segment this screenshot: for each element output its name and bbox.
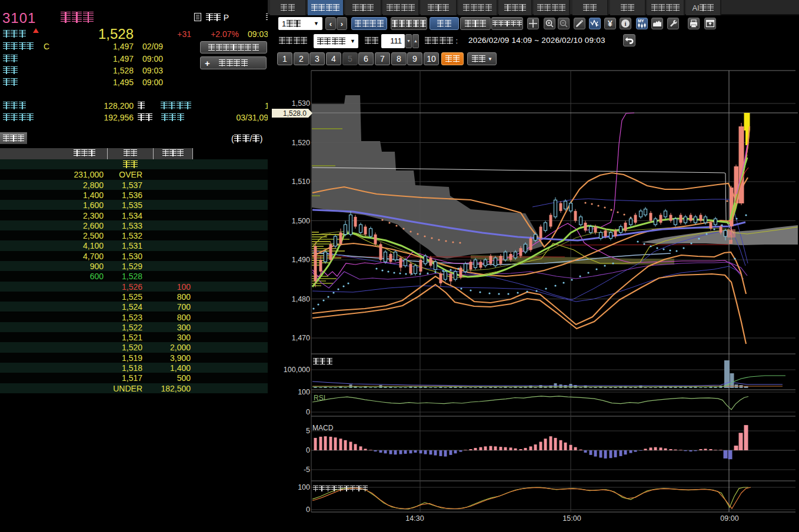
svg-text:100: 100 [298, 388, 310, 396]
svg-text:0: 0 [306, 408, 310, 416]
svg-text:-5: -5 [304, 466, 310, 474]
svg-text:1,480: 1,480 [292, 295, 310, 303]
svg-text:1,530: 1,530 [292, 99, 310, 108]
svg-text:0: 0 [306, 506, 310, 514]
svg-text:1,510: 1,510 [292, 178, 310, 186]
svg-text:0: 0 [306, 446, 310, 454]
svg-text:1,490: 1,490 [292, 256, 310, 264]
svg-text:1,500: 1,500 [292, 217, 310, 225]
svg-text:15:00: 15:00 [562, 514, 581, 523]
svg-text:09:00: 09:00 [720, 514, 738, 523]
svg-text:1,470: 1,470 [292, 334, 310, 342]
svg-text:100: 100 [298, 483, 310, 491]
svg-text:5: 5 [306, 427, 310, 435]
svg-text:1,528.0: 1,528.0 [283, 109, 307, 118]
svg-text:1,520: 1,520 [292, 139, 310, 147]
svg-text:100,000: 100,000 [284, 366, 310, 374]
svg-text:14:30: 14:30 [405, 514, 424, 523]
